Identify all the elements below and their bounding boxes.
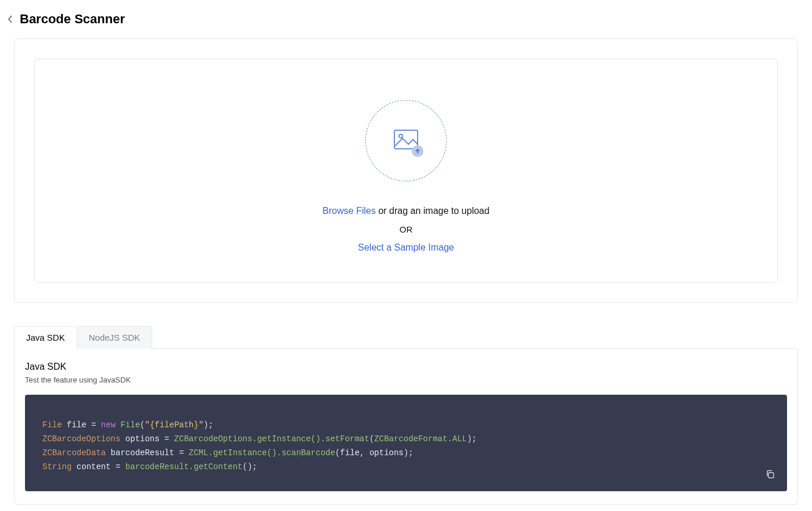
code-line-2: ZCBarcodeOptions options = ZCBarcodeOpti… [42, 432, 770, 446]
svg-point-1 [399, 134, 403, 138]
upload-circle [365, 100, 447, 181]
upload-instruction: Browse Files or drag an image to upload [322, 206, 489, 216]
select-sample-link[interactable]: Select a Sample Image [358, 242, 454, 253]
tab-java-sdk[interactable]: Java SDK [14, 326, 77, 349]
browse-files-link[interactable]: Browse Files [322, 206, 376, 216]
code-block: File file = new File("{filePath}"); ZCBa… [25, 395, 787, 491]
copy-code-button[interactable] [764, 468, 777, 481]
back-chevron-icon[interactable] [6, 15, 15, 24]
sdk-title: Java SDK [25, 362, 787, 372]
sdk-panel: Java SDK Test the feature using JavaSDK … [14, 349, 798, 505]
page-title: Barcode Scanner [20, 12, 125, 27]
code-line-4: String content = barcodeResult.getConten… [42, 460, 770, 474]
code-line-1: File file = new File("{filePath}"); [42, 418, 770, 432]
code-line-3: ZCBarcodeData barcodeResult = ZCML.getIn… [42, 446, 770, 460]
upload-card: Browse Files or drag an image to upload … [14, 38, 798, 303]
drag-hint: or drag an image to upload [376, 206, 490, 216]
svg-rect-2 [768, 473, 774, 478]
page-header: Barcode Scanner [0, 0, 812, 38]
sdk-description: Test the feature using JavaSDK [25, 376, 787, 384]
upload-arrow-icon [412, 145, 423, 157]
image-upload-icon [392, 126, 420, 156]
dropzone[interactable]: Browse Files or drag an image to upload … [34, 59, 778, 283]
tab-nodejs-sdk[interactable]: NodeJS SDK [77, 326, 152, 349]
sdk-tabs: Java SDK NodeJS SDK [14, 326, 798, 349]
or-separator: OR [400, 224, 413, 234]
